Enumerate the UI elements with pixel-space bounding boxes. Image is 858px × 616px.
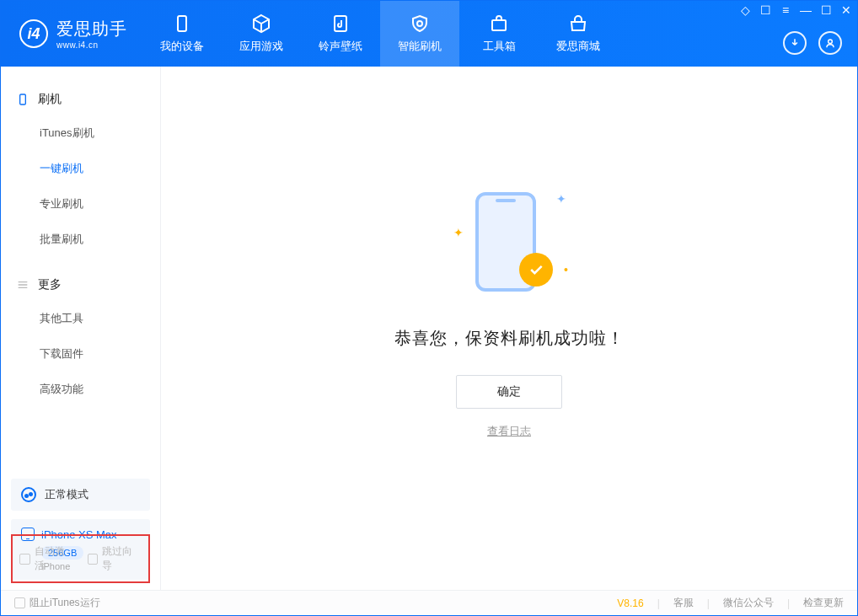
checkbox-icon [14, 597, 25, 608]
sidebar-section-more: 更多 [1, 269, 160, 301]
footer-link-wechat[interactable]: 微信公众号 [723, 596, 774, 610]
footer-link-update[interactable]: 检查更新 [803, 596, 844, 610]
sparkle-icon: • [564, 263, 568, 276]
svg-point-3 [829, 40, 833, 44]
highlighted-options: 自动激活 跳过向导 [11, 534, 150, 583]
svg-rect-0 [178, 16, 186, 31]
minimize-button[interactable]: — [800, 4, 812, 16]
nav-toolbox[interactable]: 工具箱 [459, 1, 539, 67]
sidebar-item-other-tools[interactable]: 其他工具 [1, 301, 160, 336]
sidebar-item-pro-flash[interactable]: 专业刷机 [1, 186, 160, 222]
sidebar-item-batch-flash[interactable]: 批量刷机 [1, 222, 160, 257]
shield-refresh-icon [410, 13, 430, 34]
sidebar: 刷机 iTunes刷机 一键刷机 专业刷机 批量刷机 更多 其他工具 下载固件 … [1, 67, 161, 590]
feedback-icon[interactable]: ☐ [759, 4, 771, 16]
store-icon [568, 13, 588, 34]
sidebar-item-download-firmware[interactable]: 下载固件 [1, 336, 160, 372]
cube-icon [251, 13, 271, 34]
close-button[interactable]: ✕ [840, 4, 852, 16]
success-message: 恭喜您，保资料刷机成功啦！ [394, 327, 625, 350]
mode-label: 正常模式 [45, 487, 88, 502]
phone-outline-icon [16, 93, 29, 106]
app-title: 爱思助手 [56, 18, 127, 40]
user-icon[interactable] [818, 31, 842, 55]
music-file-icon [330, 13, 351, 34]
svg-rect-4 [20, 94, 26, 104]
footer: 阻止iTunes运行 V8.16 | 客服 | 微信公众号 | 检查更新 [1, 590, 857, 615]
sidebar-item-oneclick-flash[interactable]: 一键刷机 [1, 151, 160, 186]
toolbox-icon [489, 13, 509, 34]
success-illustration: ✦ ✦ • [450, 184, 568, 302]
checkbox-skip-guide[interactable]: 跳过向导 [88, 544, 142, 573]
nav-store[interactable]: 爱思商城 [539, 1, 618, 67]
sidebar-section-flash: 刷机 [1, 83, 160, 115]
sparkle-icon: ✦ [556, 192, 566, 206]
download-icon[interactable] [783, 31, 807, 55]
menu-icon[interactable]: ≡ [780, 4, 791, 16]
success-check-icon [519, 253, 553, 287]
checkbox-icon [19, 554, 30, 565]
checkbox-auto-activate[interactable]: 自动激活 [19, 544, 74, 573]
view-log-link[interactable]: 查看日志 [487, 424, 531, 439]
tshirt-icon[interactable]: ◇ [739, 4, 751, 16]
sidebar-item-itunes-flash[interactable]: iTunes刷机 [1, 115, 160, 151]
nav-apps-games[interactable]: 应用游戏 [222, 1, 301, 67]
app-logo[interactable]: i4 爱思助手 www.i4.cn [1, 18, 142, 50]
phone-icon [172, 13, 192, 34]
app-subtitle: www.i4.cn [56, 40, 127, 50]
nav-my-device[interactable]: 我的设备 [142, 1, 222, 67]
nav-ringtones[interactable]: 铃声壁纸 [301, 1, 380, 67]
footer-link-support[interactable]: 客服 [673, 596, 694, 610]
checkbox-block-itunes[interactable]: 阻止iTunes运行 [14, 596, 100, 610]
mode-icon [21, 487, 36, 502]
nav-flash[interactable]: 智能刷机 [380, 1, 459, 67]
checkbox-icon [88, 554, 99, 565]
menu-lines-icon [16, 278, 29, 292]
sparkle-icon: ✦ [453, 226, 464, 239]
svg-rect-2 [492, 20, 506, 30]
mode-card[interactable]: 正常模式 [11, 479, 150, 511]
main-content: ✦ ✦ • 恭喜您，保资料刷机成功啦！ 确定 查看日志 [161, 67, 857, 590]
ok-button[interactable]: 确定 [456, 375, 562, 409]
sidebar-item-advanced[interactable]: 高级功能 [1, 372, 160, 407]
logo-icon: i4 [19, 19, 48, 48]
maximize-button[interactable]: ☐ [820, 4, 832, 16]
version-label: V8.16 [617, 597, 643, 609]
top-nav: 我的设备 应用游戏 铃声壁纸 智能刷机 工具箱 爱思商城 [142, 1, 618, 67]
header: i4 爱思助手 www.i4.cn 我的设备 应用游戏 铃声壁纸 智能刷机 工具… [1, 1, 857, 67]
